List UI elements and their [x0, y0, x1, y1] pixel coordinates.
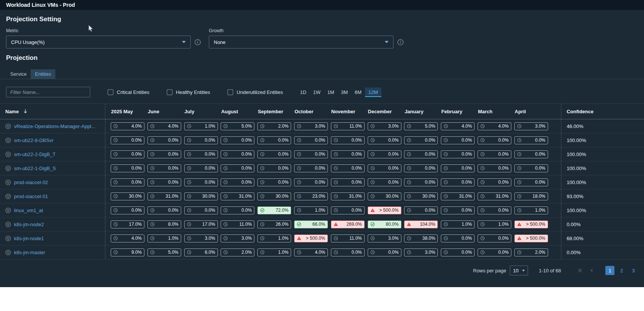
- time-range-3m[interactable]: 3M: [338, 88, 351, 97]
- metric-pill[interactable]: 5.0%: [221, 122, 254, 130]
- entity-name-link[interactable]: prod-oiaccel-02: [14, 180, 48, 185]
- metric-pill[interactable]: 11.0%: [221, 220, 254, 228]
- entity-name-link[interactable]: linux_vm1_at: [14, 208, 43, 213]
- metric-pill[interactable]: 6.0%: [184, 248, 218, 256]
- metric-pill[interactable]: 5.0%: [147, 248, 181, 256]
- metric-pill[interactable]: 31.0%: [331, 192, 365, 200]
- metric-pill[interactable]: 0.0%: [368, 164, 401, 172]
- metric-pill[interactable]: 0.0%: [331, 164, 365, 172]
- entity-name-link[interactable]: k8s-jm-node1: [14, 236, 44, 241]
- metric-pill[interactable]: 0.0%: [368, 150, 401, 158]
- page-button-3[interactable]: 3: [629, 266, 638, 275]
- metric-pill[interactable]: > 500.0%: [368, 206, 401, 214]
- metric-pill[interactable]: 2.0%: [514, 248, 548, 256]
- metric-pill[interactable]: 0.0%: [478, 136, 511, 144]
- metric-pill[interactable]: 0.0%: [331, 150, 365, 158]
- metric-pill[interactable]: 1.0%: [257, 234, 291, 242]
- sort-desc-icon[interactable]: [23, 109, 28, 114]
- metric-pill[interactable]: 0.0%: [368, 248, 401, 256]
- metric-pill[interactable]: 1.0%: [184, 122, 218, 130]
- metric-pill[interactable]: 3.0%: [514, 122, 548, 130]
- rows-per-page-select[interactable]: 10: [510, 266, 528, 275]
- entity-name-link[interactable]: k8s-jm-master: [14, 250, 45, 255]
- metric-pill[interactable]: 0.0%: [111, 164, 144, 172]
- metric-pill[interactable]: 0.0%: [404, 136, 438, 144]
- info-icon[interactable]: [397, 39, 404, 45]
- time-range-1w[interactable]: 1W: [310, 88, 324, 97]
- entity-name-link[interactable]: k8s-jm-node2: [14, 222, 44, 227]
- metric-pill[interactable]: 0.0%: [331, 178, 365, 186]
- metric-pill[interactable]: 269.0%: [331, 220, 365, 228]
- metric-pill[interactable]: 0.0%: [441, 164, 475, 172]
- time-range-1d[interactable]: 1D: [296, 88, 310, 97]
- metric-pill[interactable]: 66.0%: [294, 220, 328, 228]
- metric-pill[interactable]: 0.0%: [514, 178, 548, 186]
- metric-pill[interactable]: 0.0%: [294, 150, 328, 158]
- metric-pill[interactable]: 4.0%: [147, 122, 181, 130]
- metric-pill[interactable]: 3.0%: [404, 248, 438, 256]
- metric-pill[interactable]: 0.0%: [331, 248, 365, 256]
- metric-pill[interactable]: 30.0%: [184, 192, 218, 200]
- entity-name-link[interactable]: sm-ub22-2-DigB_T: [14, 152, 56, 157]
- metric-pill[interactable]: 23.0%: [294, 192, 328, 200]
- metric-pill[interactable]: 0.0%: [441, 234, 475, 242]
- page-button-1[interactable]: 1: [605, 266, 614, 275]
- page-button-2[interactable]: 2: [617, 266, 626, 275]
- metric-pill[interactable]: 0.0%: [441, 150, 475, 158]
- metric-pill[interactable]: 0.0%: [147, 164, 181, 172]
- metric-pill[interactable]: 0.0%: [221, 164, 254, 172]
- metric-pill[interactable]: 3.0%: [368, 234, 401, 242]
- metric-pill[interactable]: 3.0%: [184, 234, 218, 242]
- metric-pill[interactable]: 1.0%: [441, 220, 475, 228]
- checkbox-box[interactable]: [108, 89, 113, 95]
- metric-pill[interactable]: 5.0%: [404, 122, 438, 130]
- metric-pill[interactable]: 0.0%: [514, 150, 548, 158]
- metric-pill[interactable]: 2.0%: [221, 248, 254, 256]
- metric-pill[interactable]: 4.0%: [478, 122, 511, 130]
- metric-pill[interactable]: 31.0%: [221, 192, 254, 200]
- metric-pill[interactable]: 0.0%: [478, 178, 511, 186]
- metric-pill[interactable]: 1.0%: [257, 248, 291, 256]
- metric-pill[interactable]: 0.0%: [257, 178, 291, 186]
- tab-service[interactable]: Service: [6, 69, 31, 79]
- filter-name-input[interactable]: [6, 87, 90, 97]
- metric-pill[interactable]: 0.0%: [221, 150, 254, 158]
- previous-page-icon[interactable]: [589, 268, 594, 273]
- metric-pill[interactable]: 0.0%: [478, 234, 511, 242]
- metric-pill[interactable]: 72.0%: [257, 206, 291, 214]
- metric-pill[interactable]: 0.0%: [441, 136, 475, 144]
- metric-pill[interactable]: 0.0%: [257, 136, 291, 144]
- metric-pill[interactable]: 0.0%: [184, 206, 218, 214]
- metric-pill[interactable]: 0.0%: [331, 206, 365, 214]
- metric-pill[interactable]: 0.0%: [478, 206, 511, 214]
- metric-pill[interactable]: 0.0%: [147, 150, 181, 158]
- growth-select[interactable]: None: [209, 36, 393, 48]
- entity-name-link[interactable]: prod-oiaccel-01: [14, 194, 48, 199]
- metric-pill[interactable]: 3.0%: [294, 122, 328, 130]
- checkbox-underutilized-entities[interactable]: Underutilized Entities: [227, 89, 283, 95]
- checkbox-critical-entities[interactable]: Critical Entities: [108, 89, 149, 95]
- metric-pill[interactable]: 0.0%: [147, 136, 181, 144]
- metric-pill[interactable]: > 500.0%: [514, 234, 548, 242]
- metric-pill[interactable]: 0.0%: [404, 150, 438, 158]
- metric-pill[interactable]: 3.0%: [368, 122, 401, 130]
- metric-pill[interactable]: 4.0%: [441, 122, 475, 130]
- metric-pill[interactable]: 0.0%: [221, 136, 254, 144]
- metric-select[interactable]: CPU Usage(%): [6, 36, 191, 48]
- metric-pill[interactable]: 0.0%: [404, 178, 438, 186]
- entity-name-link[interactable]: vRealize-Operations-Manager-Appl...: [14, 123, 96, 129]
- metric-pill[interactable]: 0.0%: [441, 248, 475, 256]
- metric-pill[interactable]: 0.0%: [111, 136, 144, 144]
- metric-pill[interactable]: 0.0%: [294, 164, 328, 172]
- metric-pill[interactable]: 0.0%: [257, 164, 291, 172]
- metric-pill[interactable]: 0.0%: [441, 178, 475, 186]
- entity-name-link[interactable]: sm-ub22-1-DigB_S: [14, 166, 56, 171]
- metric-pill[interactable]: 38.0%: [404, 234, 438, 242]
- metric-pill[interactable]: 0.0%: [221, 206, 254, 214]
- time-range-1m[interactable]: 1M: [324, 88, 338, 97]
- metric-pill[interactable]: 0.0%: [257, 150, 291, 158]
- metric-pill[interactable]: 31.0%: [147, 192, 181, 200]
- metric-pill[interactable]: 0.0%: [184, 136, 218, 144]
- metric-pill[interactable]: 0.0%: [441, 206, 475, 214]
- metric-pill[interactable]: 1.0%: [294, 206, 328, 214]
